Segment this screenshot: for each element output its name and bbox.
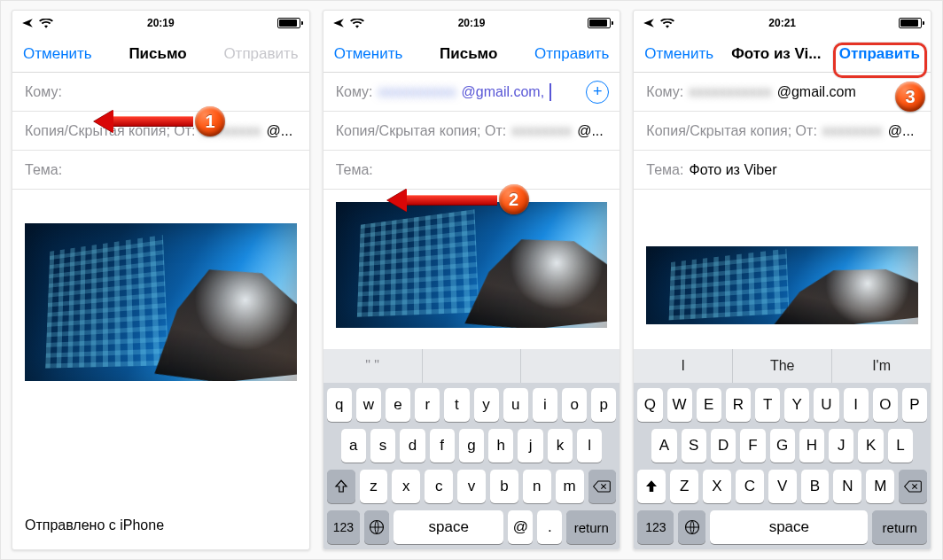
- key-a[interactable]: A: [651, 429, 676, 463]
- key-w[interactable]: w: [356, 388, 381, 422]
- suggestion[interactable]: " ": [323, 349, 423, 383]
- to-value-blurred: xxxxxxxxxxx: [689, 84, 772, 100]
- backspace-key[interactable]: [588, 470, 617, 503]
- to-field[interactable]: Кому:: [12, 73, 309, 112]
- key-m[interactable]: M: [866, 470, 894, 503]
- key-u[interactable]: u: [503, 388, 528, 422]
- key-o[interactable]: O: [873, 388, 898, 422]
- key-j[interactable]: J: [829, 429, 853, 463]
- key-m[interactable]: m: [556, 470, 584, 503]
- shift-key[interactable]: [327, 470, 355, 503]
- attached-photo: [646, 246, 918, 324]
- dot-key[interactable]: .: [537, 510, 562, 544]
- to-value-blurred: xxxxxxxxxxx: [378, 84, 456, 100]
- key-c[interactable]: C: [736, 470, 764, 503]
- key-y[interactable]: Y: [784, 388, 809, 422]
- send-button[interactable]: Отправить: [534, 45, 609, 63]
- key-t[interactable]: T: [755, 388, 780, 422]
- at-key[interactable]: @: [508, 510, 533, 544]
- globe-key[interactable]: [678, 510, 705, 544]
- to-field[interactable]: Кому: xxxxxxxxxxx@gmail.com, +: [323, 73, 620, 112]
- annotation-arrow-1: [94, 113, 193, 129]
- cancel-button[interactable]: Отменить: [23, 45, 92, 63]
- key-i[interactable]: I: [844, 388, 869, 422]
- key-i[interactable]: i: [533, 388, 557, 422]
- suggestion[interactable]: I: [634, 349, 733, 383]
- shift-key-active[interactable]: [637, 470, 666, 503]
- cancel-button[interactable]: Отменить: [644, 45, 713, 63]
- add-contact-button[interactable]: +: [586, 81, 609, 104]
- key-q[interactable]: Q: [637, 388, 662, 422]
- key-u[interactable]: U: [814, 388, 838, 422]
- key-b[interactable]: b: [490, 470, 518, 503]
- text-cursor: [549, 83, 551, 101]
- phone-screen-1: 20:19 Отменить Письмо Отправить Кому: Ко…: [12, 10, 310, 550]
- key-f[interactable]: f: [430, 429, 455, 463]
- key-x[interactable]: x: [392, 470, 420, 503]
- key-z[interactable]: Z: [670, 470, 698, 503]
- key-s[interactable]: S: [682, 429, 706, 463]
- key-g[interactable]: g: [459, 429, 484, 463]
- subject-field[interactable]: Тема:: [12, 151, 309, 190]
- key-k[interactable]: k: [548, 429, 573, 463]
- key-e[interactable]: E: [697, 388, 721, 422]
- suggestion[interactable]: The: [733, 349, 832, 383]
- key-n[interactable]: n: [523, 470, 551, 503]
- key-w[interactable]: W: [667, 388, 692, 422]
- key-v[interactable]: v: [457, 470, 486, 503]
- key-s[interactable]: s: [370, 429, 395, 463]
- key-t[interactable]: t: [444, 388, 469, 422]
- cc-field[interactable]: Копия/Скрытая копия; От: xxxxxxxx@...: [634, 112, 931, 151]
- suggestion[interactable]: I'm: [832, 349, 931, 383]
- key-z[interactable]: z: [360, 470, 388, 503]
- space-key[interactable]: space: [394, 510, 503, 544]
- key-p[interactable]: p: [591, 388, 616, 422]
- cancel-button[interactable]: Отменить: [334, 45, 403, 63]
- key-d[interactable]: D: [711, 429, 736, 463]
- key-h[interactable]: h: [488, 429, 513, 463]
- subject-field[interactable]: Тема:: [323, 151, 620, 190]
- key-q[interactable]: q: [327, 388, 352, 422]
- key-n[interactable]: N: [833, 470, 861, 503]
- key-g[interactable]: G: [770, 429, 795, 463]
- key-l[interactable]: L: [888, 429, 913, 463]
- key-j[interactable]: j: [518, 429, 542, 463]
- backspace-key[interactable]: [899, 470, 927, 503]
- numbers-key[interactable]: 123: [637, 510, 674, 544]
- message-body[interactable]: [323, 190, 620, 349]
- cc-field[interactable]: Копия/Скрытая копия; От: xxxxxxxx@...: [323, 112, 620, 151]
- status-bar: 20:19: [323, 11, 620, 35]
- message-body[interactable]: Отправлено с iPhone: [12, 190, 309, 549]
- key-row: ASDFGHJKL: [637, 429, 927, 463]
- key-o[interactable]: o: [562, 388, 587, 422]
- key-l[interactable]: l: [577, 429, 602, 463]
- return-key[interactable]: return: [566, 510, 616, 544]
- subject-field[interactable]: Тема: Фото из Viber: [634, 151, 931, 190]
- subject-label: Тема:: [336, 162, 373, 178]
- key-r[interactable]: R: [726, 388, 751, 422]
- suggestion[interactable]: [423, 349, 522, 383]
- to-field[interactable]: Кому: xxxxxxxxxxx@gmail.com: [634, 73, 931, 112]
- key-y[interactable]: y: [474, 388, 499, 422]
- key-b[interactable]: B: [801, 470, 830, 503]
- key-row: QWERTYUIOP: [637, 388, 927, 422]
- key-c[interactable]: c: [425, 470, 453, 503]
- key-r[interactable]: r: [415, 388, 440, 422]
- globe-key[interactable]: [364, 510, 389, 544]
- message-body[interactable]: [634, 190, 931, 246]
- key-x[interactable]: X: [703, 470, 731, 503]
- key-d[interactable]: d: [400, 429, 425, 463]
- key-v[interactable]: V: [768, 470, 797, 503]
- wifi-icon: [350, 19, 364, 28]
- space-key[interactable]: space: [710, 510, 868, 544]
- key-h[interactable]: H: [799, 429, 824, 463]
- suggestion[interactable]: [521, 349, 620, 383]
- key-a[interactable]: a: [341, 429, 366, 463]
- from-tail: @...: [577, 123, 604, 139]
- key-p[interactable]: P: [902, 388, 927, 422]
- key-e[interactable]: e: [386, 388, 410, 422]
- return-key[interactable]: return: [872, 510, 927, 544]
- key-k[interactable]: K: [858, 429, 883, 463]
- numbers-key[interactable]: 123: [327, 510, 360, 544]
- key-f[interactable]: F: [740, 429, 765, 463]
